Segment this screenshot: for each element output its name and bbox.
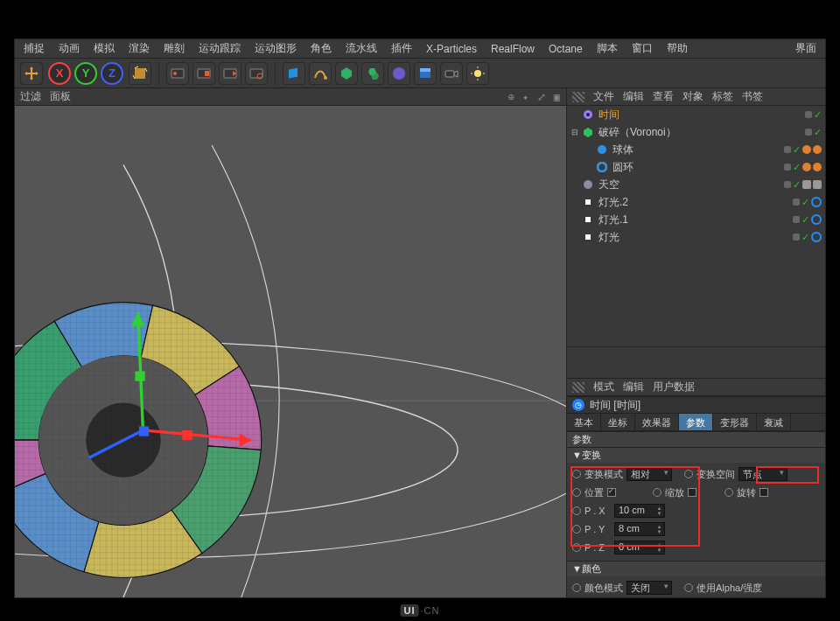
pz-anim[interactable] [572,543,581,552]
add-primitive-button[interactable] [283,62,305,85]
add-camera-button[interactable] [440,62,463,85]
colormode-select[interactable]: 关闭 [626,581,672,595]
attr-tab-5[interactable]: 衰减 [757,414,791,430]
add-light-button[interactable] [466,62,489,85]
menu-plugins[interactable]: 插件 [386,39,417,58]
add-environment-button[interactable] [414,62,437,85]
px-label: P . X [584,506,611,516]
py-anim[interactable] [572,525,581,534]
transform-mode-anim[interactable] [572,470,581,478]
menu-mograph[interactable]: 运动图形 [249,39,302,58]
om-row-2[interactable]: 球体✓ [567,141,825,158]
render-pv-button[interactable] [219,62,242,85]
scale-anim[interactable] [653,488,662,497]
om-row-0[interactable]: 时间✓ [567,106,825,123]
om-menu-view[interactable]: 查看 [653,89,674,104]
add-generator2-button[interactable] [361,62,384,85]
am-menu-userdata[interactable]: 用户数据 [653,380,695,394]
section-color[interactable]: ▼颜色 [567,561,825,576]
menu-octane[interactable]: Octane [543,41,588,57]
menu-xparticles[interactable]: X-Particles [421,41,482,57]
move-tool-button[interactable] [20,62,43,85]
transform-space-select[interactable]: 节点 [738,467,788,481]
attr-tab-4[interactable]: 变形器 [713,414,757,430]
watermark: UI·CN [401,605,440,616]
rotation-enable-check[interactable] [760,488,768,497]
menu-sculpt[interactable]: 雕刻 [158,39,190,58]
attr-tab-1[interactable]: 坐标 [601,414,635,430]
transform-mode-select[interactable]: 相对 [626,467,672,481]
render-region-button[interactable] [192,62,215,85]
menu-realflow[interactable]: RealFlow [486,41,540,57]
add-generator-button[interactable] [335,62,358,85]
axis-y-button[interactable]: Y [74,62,97,85]
om-row-1[interactable]: ⊟破碎（Voronoi）✓ [567,123,825,141]
attribute-tabs: 基本坐标效果器参数变形器衰减 [567,414,825,431]
viewport-canvas[interactable] [15,106,566,597]
am-menu-mode[interactable]: 模式 [593,380,614,394]
svg-rect-45 [585,217,591,222]
coord-system-button[interactable] [129,62,151,85]
transform-space-anim[interactable] [684,470,693,478]
svg-rect-4 [205,71,209,76]
menu-character[interactable]: 角色 [305,39,337,58]
position-anim[interactable] [572,488,581,497]
section-transform[interactable]: ▼变换 [567,447,825,463]
px-anim[interactable] [572,506,581,515]
om-menu-file[interactable]: 文件 [593,89,614,104]
menu-animate[interactable]: 动画 [53,39,85,58]
render-settings-button[interactable] [245,62,268,85]
axis-x-button[interactable]: X [48,62,71,85]
viewport-tab-panel[interactable]: 面板 [50,89,71,104]
add-deformer-button[interactable] [388,62,410,85]
light-icon [582,196,594,208]
alpha-anim[interactable] [684,583,693,592]
drag-grip-icon [572,382,584,393]
svg-rect-44 [585,199,591,205]
scale-enable-check[interactable] [688,488,696,497]
menu-help[interactable]: 帮助 [662,39,693,58]
svg-rect-37 [135,371,144,380]
light-icon [582,231,594,243]
viewport-nav-icons[interactable]: ⊕ ✦ ⤢ ▣ [508,91,561,103]
svg-point-41 [598,145,606,154]
attr-tab-3[interactable]: 参数 [679,414,713,430]
add-spline-button[interactable] [309,62,332,85]
render-view-button[interactable] [166,62,189,85]
menu-window[interactable]: 窗口 [626,39,658,58]
scale-label: 缩放 [665,486,684,499]
menu-motiontrack[interactable]: 运动跟踪 [193,39,246,58]
om-row-5[interactable]: 灯光.2✓ [567,193,825,211]
menu-script[interactable]: 脚本 [592,39,623,58]
om-menu-edit[interactable]: 编辑 [623,89,644,104]
menu-layout[interactable]: 界面 [790,39,822,58]
py-input[interactable]: 8 cm▲▼ [614,522,665,536]
menu-pipeline[interactable]: 流水线 [340,39,382,58]
alpha-label: 使用Alpha/强度 [696,582,762,595]
am-menu-edit[interactable]: 编辑 [623,380,644,394]
axis-z-button[interactable]: Z [101,62,123,85]
svg-rect-14 [420,68,430,72]
colormode-anim[interactable] [572,583,581,592]
om-menu-tags[interactable]: 标签 [712,89,733,104]
gear-icon [582,108,594,121]
pz-input[interactable]: 0 cm▲▼ [614,541,665,555]
menu-simulate[interactable]: 模拟 [88,39,120,58]
om-menu-object[interactable]: 对象 [682,89,704,104]
attr-tab-0[interactable]: 基本 [567,414,601,430]
om-row-7[interactable]: 灯光✓ [567,228,825,246]
px-input[interactable]: 10 cm▲▼ [614,504,665,518]
om-menu-bookmk[interactable]: 书签 [742,89,763,104]
position-enable-check[interactable] [607,488,616,497]
menu-render[interactable]: 渲染 [123,39,155,58]
rotation-anim[interactable] [724,488,733,497]
attr-tab-2[interactable]: 效果器 [635,414,679,430]
svg-rect-8 [289,67,298,78]
om-row-6[interactable]: 灯光.1✓ [567,211,825,228]
viewport-tab-filter[interactable]: 过滤 [20,89,41,104]
object-manager-tree[interactable]: 时间✓⊟破碎（Voronoi）✓球体✓圆环✓天空✓灯光.2✓灯光.1✓灯光✓ [567,106,825,347]
om-row-3[interactable]: 圆环✓ [567,158,825,176]
menu-snap[interactable]: 捕捉 [18,39,50,58]
section-params[interactable]: 参数 [567,431,825,447]
om-row-4[interactable]: 天空✓ [567,176,825,193]
